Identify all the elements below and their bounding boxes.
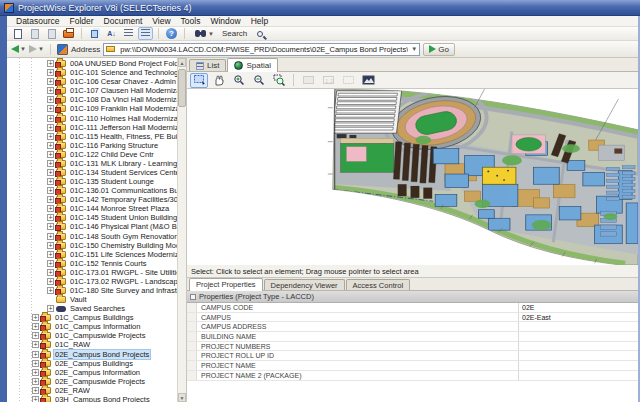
forward-button[interactable]: ▼ [29,45,44,53]
expand-toggle-icon[interactable]: + [32,396,39,402]
expand-toggle-icon[interactable]: + [47,115,54,122]
address-dropdown-caret[interactable]: ▼ [411,46,417,52]
expand-toggle-icon[interactable]: + [47,251,54,258]
property-row[interactable]: BUILDING NAME [187,332,638,342]
expand-toggle-icon[interactable]: + [47,278,54,285]
tree-item[interactable]: + 01C-134 Student Services Center [7,168,177,177]
tree-item[interactable]: + 01C-116 Parking Structure [7,141,177,150]
expand-toggle-icon[interactable]: + [47,187,54,194]
menu-item[interactable]: View [147,16,175,26]
tree-item[interactable]: + 01C-109 Franklin Hall Modernization [7,104,177,113]
spatial-view[interactable] [187,89,638,265]
tree-item[interactable]: + 01C-173.01 RWGPL - Site Utilities Infr… [7,268,177,277]
expand-toggle-icon[interactable]: + [47,87,54,94]
tree-item[interactable]: + 01C-106 Cesar Chavez - Admin Buildi [7,77,177,86]
tree-item[interactable]: + 01C-142 Temporary Facilities/3020 Wi [7,195,177,204]
tree-item[interactable]: + 01C-108 Da Vinci Hall Modernization [7,95,177,104]
tree-item[interactable]: + 01C_Campus Information [7,322,177,331]
fit-view-button[interactable] [299,73,317,88]
zoom-out-button[interactable] [250,73,268,88]
list-settings-button[interactable] [121,27,136,40]
scrollbar-thumb[interactable] [178,69,186,107]
export-document-button[interactable] [44,27,59,40]
expand-toggle-icon[interactable]: + [47,133,54,140]
tree-item[interactable]: + Vault [7,295,177,304]
expand-toggle-icon[interactable]: + [47,205,54,212]
tree-item[interactable]: + 01C-136.01 Communications Building [7,186,177,195]
tree-item[interactable]: + 01C-148 South Gym Renovation [7,231,177,240]
expand-toggle-icon[interactable]: + [47,169,54,176]
print-button[interactable] [61,27,76,40]
expand-toggle-icon[interactable]: + [47,242,54,249]
scroll-up-icon[interactable]: ▲ [178,58,186,67]
tree-item[interactable]: + Saved Searches [7,304,177,313]
menu-item[interactable]: Window [205,16,245,26]
tree-item[interactable]: + 03H_Campus Bond Projects [7,395,177,402]
tree-item[interactable]: + 02E_Campuswide Projects [7,377,177,386]
property-value[interactable] [519,361,638,370]
expand-toggle-icon[interactable]: + [32,387,39,394]
tree-item[interactable]: + 01C_Campuswide Projects [7,331,177,340]
expand-toggle-icon[interactable]: + [32,360,39,367]
title-bar[interactable]: ProjectWise Explorer V8i (SELECTseries 4… [0,0,640,16]
zoom-window-button[interactable] [270,73,288,88]
tree-item[interactable]: + 01C-135 Student Lounge [7,177,177,186]
new-document-button[interactable] [10,27,25,40]
menu-item[interactable]: Document [99,16,148,26]
expand-toggle-icon[interactable]: + [47,305,54,312]
expand-toggle-icon[interactable]: + [47,178,54,185]
expand-toggle-icon[interactable]: + [47,260,54,267]
expand-toggle-icon[interactable]: + [32,351,39,358]
tree-item[interactable]: + 01C_Campus Buildings [7,313,177,322]
tree-item[interactable]: + 01C-146 Physical Plant (M&O Buildin [7,222,177,231]
property-value[interactable] [519,332,638,341]
address-input[interactable]: pw:\\DOWN0034.LACCD.COM:PWISE_PRD\Docume… [103,43,420,56]
property-row[interactable]: PROJECT NAME [187,361,638,371]
menu-item[interactable]: Folder [64,16,98,26]
copy-list-button[interactable] [87,27,102,40]
property-row[interactable]: PROJECT NUMBERS [187,342,638,352]
expand-toggle-icon[interactable]: + [32,341,39,348]
property-value[interactable] [519,371,638,380]
property-value[interactable]: 02E-East [519,313,638,322]
expand-toggle-icon[interactable]: + [47,60,54,67]
tree-item[interactable]: + 01C-107 Clausen Hall Modernization [7,86,177,95]
menu-item[interactable]: Help [246,16,273,26]
property-value[interactable] [519,351,638,360]
tree-item[interactable]: + 02E_Campus Bond Projects [7,350,177,359]
tree-item[interactable]: + 02E_Campus Buildings [7,359,177,368]
expand-toggle-icon[interactable]: + [47,287,54,294]
view-properties-button[interactable] [339,73,357,88]
tree-item[interactable]: + 01C-150 Chemistry Building Moderniz [7,241,177,250]
scroll-down-icon[interactable]: ▼ [178,393,186,402]
expand-toggle-icon[interactable]: + [47,124,54,131]
properties-group-header[interactable]: Properties (Project Type - LACCD) [187,291,638,303]
expand-toggle-icon[interactable]: + [32,378,39,385]
search-button[interactable] [252,27,267,40]
tree-item[interactable]: + 01C-115 Health, Fitness, PE Building [7,132,177,141]
select-tool-button[interactable] [190,73,208,88]
properties-tab[interactable]: Dependency Viewer [264,279,345,290]
tab-list[interactable]: List [189,59,226,71]
find-dropdown-caret[interactable]: ▼ [208,31,214,37]
property-value[interactable] [519,322,638,331]
expand-toggle-icon[interactable]: + [32,369,39,376]
expand-toggle-icon[interactable]: + [47,269,54,276]
property-row[interactable]: CAMPUS ADDRESS [187,322,638,332]
tree-item[interactable]: + 01C-111 Jefferson Hall Modernization [7,123,177,132]
tree-item[interactable]: + 01C-131 MLK Library - Learning Resou [7,159,177,168]
tree-item[interactable]: + 01C-173.02 RWGPL - Landscaping/Ha [7,277,177,286]
tree-scrollbar[interactable]: ▲ ▼ [177,58,186,402]
property-row[interactable]: CAMPUS CODE 02E [187,303,638,313]
help-button[interactable]: ? [164,27,179,40]
tree-item[interactable]: + 01C-122 Child Deve Cntr [7,150,177,159]
tree-item[interactable]: + 01C-152 Tennis Courts [7,259,177,268]
properties-tab[interactable]: Project Properties [189,278,263,291]
menu-item[interactable]: Tools [176,16,206,26]
tab-spatial[interactable]: Spatial [227,58,277,72]
expand-toggle-icon[interactable]: + [47,214,54,221]
tree-item[interactable]: + 00A UNUSED Bond Project Folders [7,59,177,68]
expand-toggle-icon[interactable]: + [47,105,54,112]
back-button[interactable]: ▼ [11,45,26,53]
expand-toggle-icon[interactable]: + [32,323,39,330]
